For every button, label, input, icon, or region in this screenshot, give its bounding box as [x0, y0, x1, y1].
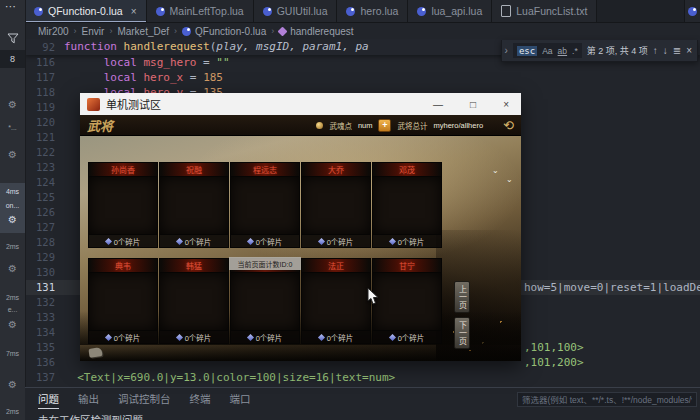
breadcrumb-file-label: QFunction-0.lua [195, 26, 266, 37]
find-result-count: 第 2 项, 共 4 项 [587, 44, 648, 57]
gear-icon[interactable]: ⚙ [0, 320, 25, 330]
sticky-code-line: function handlerequest(play, msgID, para… [64, 40, 369, 53]
back-icon[interactable]: ⟲ [503, 119, 514, 132]
previous-match-icon[interactable]: ↑ [653, 45, 658, 56]
fragment-gem-icon [318, 237, 325, 244]
code-token: "" [216, 56, 229, 69]
hero-card-art [301, 272, 371, 331]
hero-card-art [372, 272, 442, 331]
editor-tab[interactable]: QFunction-0.lua× [25, 0, 147, 22]
lua-file-icon [182, 27, 191, 36]
hero-card-art [230, 272, 300, 331]
editor-tab[interactable]: lua_api.lua [408, 0, 492, 22]
editor-tab[interactable]: GUIUtil.lua [254, 0, 338, 22]
problems-filter-input[interactable] [517, 392, 697, 407]
close-icon[interactable]: × [503, 99, 509, 110]
breadcrumb-symbol[interactable]: handlerequest [279, 26, 353, 37]
breadcrumb-file[interactable]: QFunction-0.lua [182, 26, 266, 37]
chevron-right-icon: › [174, 26, 177, 36]
total-generals-value: myhero/allhero [433, 121, 483, 130]
hero-card[interactable]: 法正0个碎片 [301, 258, 371, 344]
match-case-toggle[interactable]: Aa [542, 46, 552, 56]
hero-card[interactable]: 祝融0个碎片 [159, 162, 229, 248]
breadcrumb-folder[interactable]: Envir [82, 26, 105, 37]
code-token: play, msgID, param1, pa [216, 40, 368, 53]
tab-label: MainLeftTop.lua [170, 5, 244, 17]
regex-toggle[interactable]: .* [572, 46, 578, 56]
editor-tab[interactable]: MainLeftTop.lua [147, 0, 254, 22]
gear-icon[interactable]: ⚙ [0, 264, 25, 274]
gear-icon[interactable]: ⚙ [0, 100, 25, 110]
activity-timing-label: 2ms [0, 243, 25, 251]
hero-card-art [230, 176, 300, 235]
fragment-gem-icon [176, 237, 183, 244]
code-token [137, 71, 144, 84]
line-number: 118 [27, 85, 55, 100]
hero-card[interactable]: 甘宁0个碎片 [372, 258, 442, 344]
line-number: 121 [27, 130, 55, 145]
find-in-selection-icon[interactable]: ≣ [673, 45, 681, 56]
hero-name-plate: 法正 [301, 258, 371, 272]
tab-ports[interactable]: 端口 [230, 391, 251, 408]
editor-tab[interactable]: hero.lua [337, 0, 408, 22]
code-token: = [196, 56, 216, 69]
editor-tab[interactable]: LuaFuncList.txt [492, 0, 597, 22]
hero-card[interactable]: 典韦0个碎片 [88, 258, 158, 344]
tab-label: QFunction-0.lua [48, 5, 123, 17]
hero-card-art [159, 176, 229, 235]
line-number: 92 [27, 40, 55, 55]
breadcrumb-folder[interactable]: Market_Def [117, 26, 169, 37]
fragment-label: 0个碎片 [398, 332, 425, 343]
fragment-gem-icon [389, 237, 396, 244]
find-input[interactable]: esc Aa ab .* [513, 43, 582, 58]
page-buttons: 上一页下一页 [454, 281, 470, 349]
breadcrumb-folder[interactable]: Mir200 [38, 26, 69, 37]
gear-icon[interactable]: ⚙ [0, 215, 25, 225]
maximize-icon[interactable]: □ [470, 99, 476, 110]
fragment-count: 0个碎片 [159, 235, 229, 248]
partial-tab[interactable] [684, 0, 700, 22]
game-window-titlebar[interactable]: 单机测试区 — □ × [80, 93, 521, 115]
activity-timing-label: 4ms [0, 188, 25, 196]
line-number: 132 [27, 295, 55, 310]
filter-icon[interactable] [0, 30, 25, 48]
fragment-count: 0个碎片 [88, 235, 158, 248]
minimize-icon[interactable]: — [433, 99, 443, 110]
gear-icon[interactable]: ⚙ [0, 380, 25, 390]
code-token: handlerequest [124, 40, 210, 53]
chevron-right-icon: › [109, 26, 112, 36]
hero-card[interactable]: 大乔0个碎片 [301, 162, 371, 248]
fragment-gem-icon [318, 333, 325, 340]
tab-problems[interactable]: 问题 [38, 391, 59, 409]
hero-name-plate: 韩猛 [159, 258, 229, 272]
hero-card[interactable]: 韩猛0个碎片 [159, 258, 229, 344]
close-icon[interactable]: × [686, 45, 692, 56]
fragment-label: 0个碎片 [185, 332, 212, 343]
toggle-replace-chevron-icon[interactable]: › [505, 45, 508, 56]
line-number: 128 [27, 235, 55, 250]
game-viewport[interactable]: 武将 武魂点 num + 武将总计 myhero/allhero ⟲ 孙尚香0个… [80, 115, 521, 361]
prev-page-button[interactable]: 上一页 [454, 281, 470, 313]
hero-card[interactable]: 0个碎片 [230, 258, 300, 344]
add-currency-button[interactable]: + [378, 119, 391, 132]
activity-timing-label: 2ms [0, 408, 25, 416]
hero-card[interactable]: 程远志0个碎片 [230, 162, 300, 248]
fragment-count: 0个碎片 [301, 235, 371, 248]
line-number: 117 [27, 70, 55, 85]
vscode-window: ⋯ 8⚙*...⚙4mson...⚙2ms⚙2mse...⚙7ms⚙2ms QF… [0, 0, 700, 420]
lua-file-icon [346, 7, 355, 16]
hero-card[interactable]: 孙尚香0个碎片 [88, 162, 158, 248]
tab-output[interactable]: 输出 [78, 391, 99, 408]
code-token [64, 71, 104, 84]
tab-terminal[interactable]: 终端 [190, 391, 211, 408]
whole-word-toggle[interactable]: ab [558, 46, 567, 56]
tab-debug-console[interactable]: 调试控制台 [118, 391, 171, 408]
gear-icon[interactable]: ⚙ [0, 150, 25, 160]
hero-card[interactable]: 邓茂0个碎片 [372, 162, 442, 248]
tab-label: LuaFuncList.txt [516, 5, 587, 17]
next-page-button[interactable]: 下一页 [454, 317, 470, 349]
next-match-icon[interactable]: ↓ [663, 45, 668, 56]
breadcrumb: Mir200 › Envir › Market_Def › QFunction-… [25, 23, 700, 39]
overflow-menu-icon[interactable]: ⋯ [5, 0, 16, 13]
close-icon[interactable]: × [131, 6, 137, 17]
